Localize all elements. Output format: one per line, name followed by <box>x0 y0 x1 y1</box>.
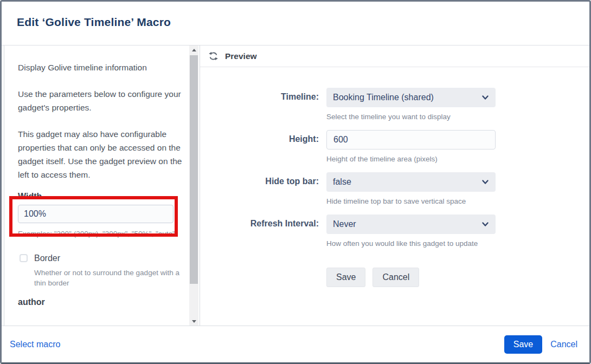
border-checkbox[interactable] <box>20 254 28 262</box>
width-field-label: Width <box>18 191 183 202</box>
gadget-save-button[interactable]: Save <box>326 268 365 287</box>
scroll-up-icon <box>192 49 196 51</box>
border-checkbox-label[interactable]: Border <box>34 251 60 265</box>
scrollbar-down-button[interactable] <box>189 317 198 326</box>
gadget-instructions: Use the parameters below to configure yo… <box>18 87 183 114</box>
dialog-titlebar: Edit ‘Golive Timeline’ Macro <box>2 2 589 46</box>
author-field-label: author <box>18 297 183 307</box>
chevron-down-icon <box>481 220 489 228</box>
chevron-down-icon <box>481 94 489 101</box>
macro-params-panel: Display Golive timeline information Use … <box>4 46 200 326</box>
macro-params-content: Display Golive timeline information Use … <box>4 46 189 307</box>
refresh-interval-field-row: Refresh Interval: Never How often you wo… <box>200 214 589 248</box>
height-field-row: Height: Height of the timeline area (pix… <box>200 130 589 163</box>
gadget-cancel-button[interactable]: Cancel <box>372 268 419 287</box>
refresh-interval-help-text: How often you would like this gadget to … <box>326 239 496 248</box>
hide-top-bar-help-text: Hide timeline top bar to save vertical s… <box>326 197 496 205</box>
left-panel-scrollbar[interactable] <box>189 46 198 326</box>
cancel-link[interactable]: Cancel <box>550 340 577 349</box>
hide-top-bar-field-row: Hide top bar: false Hide timeline top ba… <box>200 172 589 205</box>
save-button[interactable]: Save <box>504 335 542 354</box>
gadget-description: Display Golive timeline information <box>18 61 183 74</box>
timeline-help-text: Select the timeline you want to display <box>326 113 496 121</box>
height-label: Height: <box>200 130 319 163</box>
timeline-field-row: Timeline: Booking Timeline (shared) Sele… <box>200 88 589 121</box>
hide-top-bar-label: Hide top bar: <box>200 172 319 205</box>
dialog-title: Edit ‘Golive Timeline’ Macro <box>17 16 589 29</box>
width-input[interactable] <box>18 205 174 223</box>
hide-top-bar-select[interactable]: false <box>326 172 496 192</box>
scroll-down-icon <box>192 320 196 323</box>
height-help-text: Height of the timeline area (pixels) <box>326 155 496 163</box>
refresh-interval-select[interactable]: Never <box>326 214 496 234</box>
scrollbar-up-button[interactable] <box>189 46 198 54</box>
preview-header: Preview <box>200 46 589 67</box>
width-examples-text: Examples: "300" (300px), "300px", "50%",… <box>18 229 178 239</box>
refresh-icon[interactable] <box>208 51 219 61</box>
dialog-body: Display Golive timeline information Use … <box>2 46 589 326</box>
dialog-footer: Select macro Save Cancel <box>2 326 589 362</box>
scrollbar-thumb[interactable] <box>190 55 198 284</box>
timeline-label: Timeline: <box>200 88 319 121</box>
preview-form: Timeline: Booking Timeline (shared) Sele… <box>200 67 589 287</box>
preview-title: Preview <box>225 51 257 61</box>
height-input[interactable] <box>326 130 496 150</box>
gadget-note: This gadget may also have configurable p… <box>18 127 183 181</box>
border-field-row: Border <box>18 253 183 263</box>
preview-panel: Preview Timeline: Booking Timeline (shar… <box>200 46 589 326</box>
macro-editor-dialog: Edit ‘Golive Timeline’ Macro Display Gol… <box>0 0 591 364</box>
chevron-down-icon <box>481 178 489 186</box>
refresh-interval-label: Refresh Interval: <box>200 214 319 248</box>
border-help-text: Whether or not to surround the gadget wi… <box>34 268 183 288</box>
select-macro-link[interactable]: Select macro <box>10 340 60 349</box>
timeline-select[interactable]: Booking Timeline (shared) <box>326 88 496 107</box>
gadget-buttons-row: Save Cancel <box>200 257 589 287</box>
